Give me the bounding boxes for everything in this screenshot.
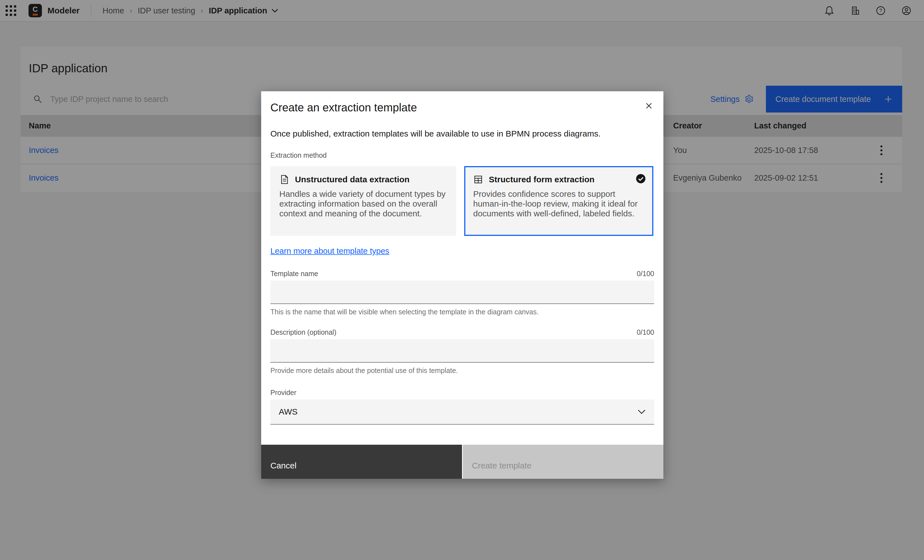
template-name-label: Template name: [270, 270, 318, 278]
provider-field: Provider AWS: [270, 389, 654, 425]
tile-title: Structured form extraction: [489, 175, 594, 184]
provider-select[interactable]: AWS: [270, 400, 654, 425]
tile-structured-form-extraction[interactable]: Structured form extraction Provides conf…: [464, 166, 653, 236]
description-label: Description (optional): [270, 328, 336, 336]
modal-footer: Cancel Create template: [261, 445, 663, 479]
provider-label: Provider: [270, 389, 296, 397]
description-input[interactable]: [270, 339, 654, 362]
create-template-button[interactable]: Create template: [463, 445, 664, 479]
provider-selected-value: AWS: [279, 407, 297, 416]
template-name-helper: This is the name that will be visible wh…: [270, 308, 654, 316]
learn-more-link[interactable]: Learn more about template types: [270, 247, 389, 256]
checkmark-filled-icon: [636, 173, 646, 184]
app-root: C Modeler Home › IDP user testing › IDP …: [0, 0, 924, 560]
tile-description: Handles a wide variety of document types…: [279, 189, 447, 218]
extraction-method-options: Unstructured data extraction Handles a w…: [270, 166, 654, 236]
tile-unstructured-data-extraction[interactable]: Unstructured data extraction Handles a w…: [270, 166, 456, 236]
template-name-field: Template name 0/100 This is the name tha…: [270, 270, 654, 316]
table-icon: [473, 174, 483, 184]
tile-title: Unstructured data extraction: [295, 175, 410, 184]
tile-description: Provides confidence scores to support hu…: [473, 189, 644, 218]
document-icon: [279, 174, 290, 184]
template-name-input[interactable]: [270, 280, 654, 304]
cancel-button[interactable]: Cancel: [261, 445, 462, 479]
close-icon: [644, 101, 653, 110]
selected-check-badge: [636, 173, 646, 185]
description-counter: 0/100: [637, 328, 654, 336]
chevron-down-icon: [638, 409, 646, 414]
modal-intro: Once published, extraction templates wil…: [270, 129, 654, 138]
description-helper: Provide more details about the potential…: [270, 367, 654, 374]
extraction-method-label: Extraction method: [270, 151, 654, 159]
description-field: Description (optional) 0/100 Provide mor…: [270, 328, 654, 374]
modal-title: Create an extraction template: [270, 91, 654, 114]
template-name-counter: 0/100: [637, 270, 654, 278]
create-extraction-template-modal: Create an extraction template Once publi…: [261, 91, 663, 479]
close-button[interactable]: [640, 97, 658, 115]
